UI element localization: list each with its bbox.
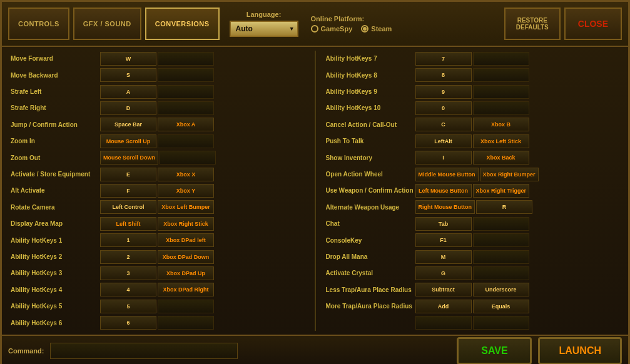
platform-steam[interactable]: Steam [361,25,392,33]
close-button[interactable]: CLOSE [564,8,622,40]
key-primary[interactable]: Tab [415,217,472,231]
key-primary[interactable]: Left Control [100,200,156,214]
key-secondary[interactable]: Xbox DPad Up [158,266,214,280]
key-primary[interactable]: E [100,168,156,181]
tab-gfx-sound[interactable]: GFX / SOUND [73,8,141,40]
key-primary[interactable]: Right Mouse Button [415,200,475,214]
action-label: Strafe Right [8,104,99,111]
key-secondary[interactable] [160,151,216,164]
key-primary[interactable]: S [100,68,156,82]
key-secondary[interactable]: Xbox Back [473,151,529,164]
key-secondary[interactable]: Xbox DPad Right [158,283,214,296]
key-primary[interactable]: 5 [100,300,156,313]
command-input[interactable] [50,343,238,359]
key-primary[interactable]: Space Bar [100,118,156,131]
platform-gamespy[interactable]: GameSpy [311,25,353,33]
key-primary[interactable] [415,316,472,330]
table-row: Jump / Confirm ActionSpace BarXbox A [8,117,307,133]
radio-gamespy[interactable] [311,25,318,33]
table-row: Zoom InMouse Scroll Up [8,133,307,149]
key-secondary[interactable]: Xbox Right Trigger [473,184,530,198]
key-primary[interactable]: F1 [415,233,472,247]
key-primary[interactable]: 7 [415,52,472,66]
key-primary[interactable]: C [415,118,472,131]
key-secondary[interactable] [473,250,529,264]
key-secondary[interactable]: Xbox Right Stick [158,217,214,231]
right-column: Ability HotKeys 77Ability HotKeys 88Abil… [323,51,622,331]
language-select[interactable]: Auto [230,21,298,37]
key-primary[interactable]: 2 [100,250,156,264]
key-primary[interactable]: A [100,85,156,99]
key-secondary[interactable] [473,85,529,99]
key-secondary[interactable] [473,233,529,247]
key-primary[interactable]: 8 [415,68,472,82]
table-row: Use Weapon / Confirm ActionLeft Mouse Bu… [323,183,622,198]
key-secondary[interactable] [473,52,529,66]
key-secondary[interactable] [158,300,214,313]
table-row: Ability HotKeys 100 [323,100,622,116]
key-secondary[interactable] [473,68,529,82]
key-primary[interactable]: Left Mouse Button [415,184,472,198]
key-secondary[interactable] [473,316,529,330]
key-secondary[interactable] [158,134,214,148]
action-label: Ability HotKeys 4 [8,286,99,293]
key-primary[interactable]: G [415,266,472,280]
table-row: Ability HotKeys 22Xbox DPad Down [8,249,307,265]
key-secondary[interactable]: Xbox A [158,118,214,131]
key-primary[interactable]: Subtract [415,283,472,296]
key-secondary[interactable] [473,266,529,280]
save-button[interactable]: SAVE [457,337,532,364]
key-secondary[interactable]: Xbox B [473,118,529,131]
key-secondary[interactable] [158,85,214,99]
key-secondary[interactable] [473,101,529,115]
key-secondary[interactable]: R [476,200,532,214]
key-primary[interactable]: W [100,52,156,66]
launch-button[interactable]: LAUNCH [538,337,622,364]
key-secondary[interactable] [158,52,214,66]
action-label: Drop All Mana [323,253,414,260]
key-primary[interactable]: 3 [100,266,156,280]
key-primary[interactable]: 9 [415,85,472,99]
key-primary[interactable]: Mouse Scroll Down [100,151,158,164]
key-primary[interactable]: 0 [415,101,472,115]
table-row: Strafe RightD [8,100,307,116]
key-primary[interactable]: F [100,184,156,198]
action-label: Display Area Map [8,220,99,227]
key-secondary[interactable]: Xbox Left Bumper [158,200,214,214]
tab-conversions[interactable]: CONVERSIONS [145,8,220,40]
action-label: More Trap/Aura Place Radius [323,303,414,310]
key-secondary[interactable]: Xbox DPad left [158,233,214,247]
key-secondary[interactable]: Underscore [473,283,529,296]
key-primary[interactable]: I [415,151,472,164]
radio-steam[interactable] [361,25,368,33]
tab-controls[interactable]: CONTROLS [8,8,69,40]
key-primary[interactable]: 4 [100,283,156,296]
action-label: Move Backward [8,72,99,79]
restore-defaults-button[interactable]: RESTOREDEFAULTS [504,8,561,40]
key-secondary[interactable]: Equals [473,300,529,313]
key-primary[interactable]: LeftAlt [415,134,472,148]
key-primary[interactable]: D [100,101,156,115]
platform-section: Online Platform: GameSpy Steam [311,15,392,33]
key-primary[interactable]: M [415,250,472,264]
key-primary[interactable]: Mouse Scroll Up [100,134,156,148]
key-secondary[interactable] [158,316,214,330]
language-select-wrapper[interactable]: Auto [230,21,298,37]
key-primary[interactable]: 1 [100,233,156,247]
action-label: Alternate Weapon Usage [323,204,414,211]
key-secondary[interactable]: Xbox Y [158,184,214,198]
key-secondary[interactable] [473,217,529,231]
key-secondary[interactable] [158,68,214,82]
key-primary[interactable]: Add [415,300,472,313]
key-primary[interactable]: Left Shift [100,217,156,231]
key-primary[interactable]: Middle Mouse Button [415,168,479,181]
key-primary[interactable]: 6 [100,316,156,330]
table-row: Move ForwardW [8,51,307,66]
key-secondary[interactable]: Xbox Right Bumper [480,168,539,181]
key-secondary[interactable]: Xbox X [158,168,214,181]
key-secondary[interactable]: Xbox Left Stick [473,134,529,148]
key-secondary[interactable]: Xbox DPad Down [158,250,214,264]
action-label: Push To Talk [323,138,414,144]
key-secondary[interactable] [158,101,214,115]
table-row: Cancel Action / Call-OutCXbox B [323,117,622,133]
